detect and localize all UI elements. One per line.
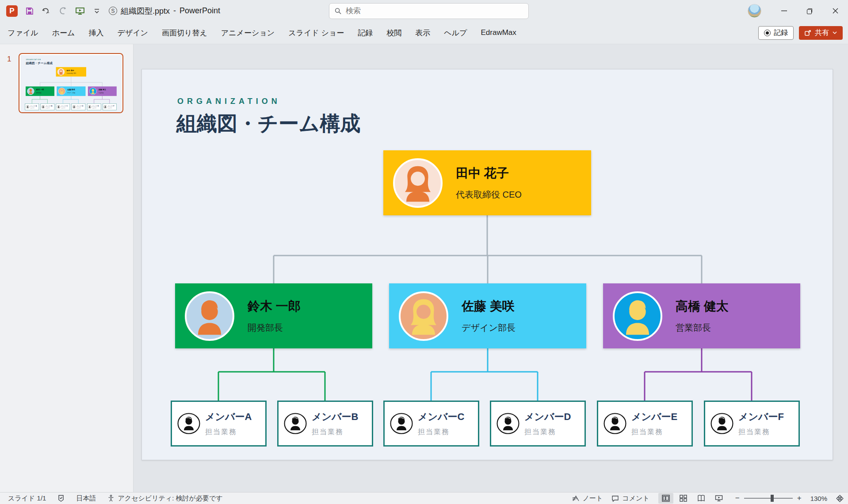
org-node-member[interactable]: メンバーF 担当業務 [704,401,800,447]
org-node-sales-manager[interactable]: 高橋 健太 営業部長 [88,87,117,96]
member-role: 担当業務 [46,107,52,109]
org-node-member[interactable]: メンバーE 担当業務 [597,401,693,447]
tab-edrawmax[interactable]: EdrawMax [480,27,517,39]
accessibility-icon [107,495,115,502]
zoom-level[interactable]: 130% [810,495,827,502]
person-icon [88,105,92,109]
zoom-in-button[interactable]: + [797,494,802,503]
language-button[interactable]: 日本語 [76,494,96,503]
tab-file[interactable]: ファイル [7,26,39,40]
slideshow-view-button[interactable] [711,493,726,504]
zoom-out-button[interactable]: − [735,494,740,503]
close-button[interactable] [822,0,848,22]
notes-icon [572,495,580,502]
redo-button[interactable] [58,6,68,16]
tab-slideshow[interactable]: スライド ショー [287,26,345,40]
slide-title[interactable]: 組織図・チーム構成 [176,110,360,137]
editing-canvas[interactable]: ORGANIZATION 組織図・チーム構成 田中 花子 代表取締役 CEO 鈴… [134,44,848,492]
spellcheck-icon [57,495,65,502]
org-node-member[interactable]: メンバーC 担当業務 [383,401,479,447]
share-button[interactable]: 共有 [799,26,843,40]
ribbon-tab-bar: ファイル ホーム 挿入 デザイン 画面切り替え アニメーション スライド ショー… [0,22,848,44]
member-role: 担当業務 [107,107,114,109]
male-avatar-icon [613,291,662,341]
org-node-member[interactable]: メンバーB 担当業務 [41,103,55,110]
org-node-sales-manager[interactable]: 高橋 健太 営業部長 [603,283,800,348]
dept-role: デザイン部長 [67,92,75,94]
person-icon [26,105,29,109]
org-node-member[interactable]: メンバーF 担当業務 [103,103,117,110]
notes-button[interactable]: ノート [572,494,603,503]
dept-role: 開発部長 [248,322,301,334]
tab-help[interactable]: ヘルプ [443,26,468,40]
spellcheck-button[interactable] [57,495,65,502]
restore-button[interactable] [797,0,822,22]
org-node-design-manager[interactable]: 佐藤 美咲 デザイン部長 [389,283,586,348]
person-icon [176,412,202,435]
dept-name: 鈴木 一郎 [36,88,44,91]
tab-record[interactable]: 記録 [357,26,374,40]
org-node-dev-manager[interactable]: 鈴木 一郎 開発部長 [175,283,372,348]
member-name: メンバーA [30,105,37,107]
member-name: メンバーD [524,410,571,424]
slide-thumbnail-panel: 1 ORGANIZATION 組織図・チーム構成 田中 花子 代表取締役 CEO [0,44,134,492]
slide[interactable]: ORGANIZATION 組織図・チーム構成 田中 花子 代表取締役 CEO 鈴… [21,55,122,112]
tab-transitions[interactable]: 画面切り替え [161,26,208,40]
member-role: 担当業務 [30,107,37,109]
fit-to-window-button[interactable] [836,495,844,502]
record-button[interactable]: 記録 [758,26,794,40]
search-bar[interactable] [329,3,529,19]
slide-thumbnail-preview: ORGANIZATION 組織図・チーム構成 田中 花子 代表取締役 CEO 鈴… [21,55,122,112]
reading-view-button[interactable] [694,493,709,504]
tab-animations[interactable]: アニメーション [220,26,275,40]
save-button[interactable] [25,6,34,16]
start-slideshow-button[interactable] [75,6,85,16]
org-node-member[interactable]: メンバーD 担当業務 [72,103,86,110]
normal-view-button[interactable] [658,493,673,504]
org-node-member[interactable]: メンバーA 担当業務 [25,103,39,110]
dept-role: デザイン部長 [462,322,516,334]
dept-name: 高橋 健太 [99,88,106,91]
person-icon [103,105,107,109]
tab-review[interactable]: 校閲 [386,26,402,40]
org-node-member[interactable]: メンバーC 担当業務 [56,103,70,110]
male-avatar-icon [185,291,234,341]
zoom-slider-handle[interactable] [771,495,774,502]
search-input[interactable] [346,7,523,15]
slide-indicator: スライド 1/1 [8,494,46,503]
slide-sorter-view-button[interactable] [676,493,691,504]
member-role: 担当業務 [738,428,784,437]
undo-button[interactable] [42,6,51,16]
tab-insert[interactable]: 挿入 [88,26,104,40]
dept-name: 鈴木 一郎 [248,298,301,315]
customize-qat-chevron-icon[interactable] [92,6,102,16]
member-name: メンバーA [205,410,252,424]
org-node-design-manager[interactable]: 佐藤 美咲 デザイン部長 [57,87,85,96]
org-node-member[interactable]: メンバーA 担当業務 [171,401,267,447]
org-node-member[interactable]: メンバーB 担当業務 [277,401,373,447]
org-node-dev-manager[interactable]: 鈴木 一郎 開発部長 [26,87,54,96]
slide-eyebrow-text[interactable]: ORGANIZATION [177,97,281,106]
slide-eyebrow-text[interactable]: ORGANIZATION [26,59,41,61]
zoom-slider[interactable] [744,498,793,499]
tab-design[interactable]: デザイン [116,26,149,40]
org-node-ceo[interactable]: 田中 花子 代表取締役 CEO [383,150,591,215]
accessibility-button[interactable]: アクセシビリティ: 検討が必要です [107,494,222,503]
org-node-member[interactable]: メンバーD 担当業務 [490,401,586,447]
slide-title[interactable]: 組織図・チーム構成 [26,61,53,65]
slide-thumbnail[interactable]: ORGANIZATION 組織図・チーム構成 田中 花子 代表取締役 CEO 鈴… [19,53,123,113]
account-avatar[interactable] [748,4,761,18]
minimize-button[interactable] [771,0,797,22]
slide[interactable]: ORGANIZATION 組織図・チーム構成 田中 花子 代表取締役 CEO 鈴… [141,69,833,460]
tab-home[interactable]: ホーム [51,26,76,40]
dept-name: 佐藤 美咲 [67,88,75,91]
comments-button[interactable]: コメント [611,494,649,503]
book-icon [697,495,705,502]
person-icon [72,105,76,109]
org-node-member[interactable]: メンバーE 担当業務 [87,103,101,110]
member-role: 担当業務 [61,107,68,109]
org-node-ceo[interactable]: 田中 花子 代表取締役 CEO [56,67,86,76]
tab-view[interactable]: 表示 [414,26,431,40]
dept-role: 営業部長 [676,322,729,334]
slideshow-icon [715,495,723,502]
